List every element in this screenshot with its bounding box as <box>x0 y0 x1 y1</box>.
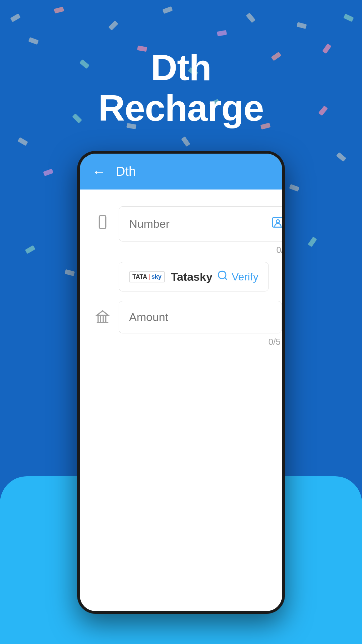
phone-mockup: ← Dth <box>77 151 285 614</box>
screen-content: 0/11 TATA | sky Tatasky <box>80 190 282 611</box>
search-icon <box>217 270 228 284</box>
bank-icon <box>93 309 112 328</box>
svg-line-5 <box>225 278 227 280</box>
number-char-count: 0/11 <box>119 245 282 255</box>
svg-point-3 <box>276 220 280 223</box>
amount-char-count: 0/5 <box>119 337 281 347</box>
verify-button[interactable]: Verify <box>232 271 258 283</box>
svg-rect-0 <box>99 216 106 228</box>
number-field-wrapper: 0/11 <box>119 206 282 255</box>
amount-field-row: 0/5 <box>93 301 269 347</box>
phone-icon <box>93 214 112 233</box>
phone-screen: ← Dth <box>80 154 282 611</box>
amount-field-wrapper: 0/5 <box>119 301 282 347</box>
tata-sky-logo: TATA | sky <box>129 271 165 282</box>
provider-row: TATA | sky Tatasky Veri <box>93 262 269 291</box>
provider-logo-area: TATA | sky Tatasky <box>129 270 213 283</box>
amount-input[interactable] <box>129 311 272 324</box>
provider-name: Tatasky <box>171 270 213 283</box>
hero-title: Dth Recharge <box>0 47 362 128</box>
number-input[interactable] <box>129 217 272 230</box>
hero-title-area: Dth Recharge <box>0 47 362 128</box>
back-button[interactable]: ← <box>92 165 106 179</box>
verify-area[interactable]: Verify <box>217 270 258 284</box>
contact-icon[interactable] <box>272 216 282 232</box>
app-bar: ← Dth <box>80 154 282 190</box>
svg-point-4 <box>218 271 226 279</box>
number-input-box[interactable] <box>119 206 282 241</box>
number-field-row: 0/11 <box>93 206 269 255</box>
provider-field[interactable]: TATA | sky Tatasky Veri <box>119 262 269 291</box>
amount-input-box[interactable] <box>119 301 282 333</box>
app-bar-title: Dth <box>116 164 136 179</box>
